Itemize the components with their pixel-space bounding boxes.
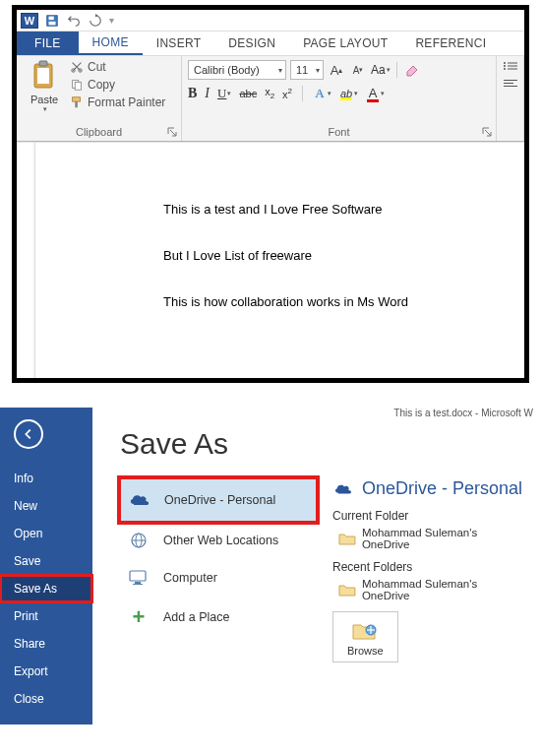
clear-formatting-button[interactable] — [403, 61, 421, 79]
sidebar-item-open[interactable]: Open — [0, 520, 92, 547]
svg-rect-26 — [133, 584, 143, 585]
svg-point-16 — [504, 68, 506, 70]
title-bar: W ▾ — [17, 10, 524, 32]
sidebar-item-save[interactable]: Save — [0, 547, 92, 575]
backstage-window: This is a test.docx - Microsoft W Info N… — [0, 408, 541, 724]
cut-label: Cut — [88, 60, 106, 74]
font-size-select[interactable]: 11▾ — [290, 60, 324, 80]
location-label: Other Web Locations — [163, 534, 278, 547]
current-folder-item[interactable]: Mohammad Suleman's OneDrive — [338, 527, 527, 550]
tab-page-layout[interactable]: PAGE LAYOUT — [289, 32, 401, 55]
copy-label: Copy — [88, 78, 115, 92]
qat-dropdown-icon[interactable]: ▾ — [109, 15, 114, 26]
svg-rect-10 — [73, 97, 81, 101]
location-label: Add a Place — [163, 610, 229, 624]
svg-rect-20 — [504, 86, 517, 87]
save-qat-icon[interactable] — [44, 13, 60, 29]
ribbon: Paste ▾ Cut Copy Format Painter — [17, 55, 524, 142]
folder-icon — [338, 583, 356, 597]
svg-rect-13 — [508, 63, 517, 64]
tab-file[interactable]: FILE — [17, 32, 79, 55]
underline-button[interactable]: U▾ — [217, 86, 231, 101]
plus-icon: + — [126, 604, 151, 630]
sidebar-item-close[interactable]: Close — [0, 685, 92, 713]
back-button[interactable] — [14, 419, 43, 449]
window-title: This is a test.docx - Microsoft W — [393, 408, 533, 418]
recent-folders-heading: Recent Folders — [332, 560, 527, 574]
text-effects-button[interactable]: A▾ — [313, 86, 331, 101]
document-text[interactable]: This is a test and I Love Free Software — [163, 202, 505, 217]
font-family-select[interactable]: Calibri (Body)▾ — [188, 60, 286, 80]
onedrive-icon — [332, 482, 354, 496]
sidebar-item-new[interactable]: New — [0, 492, 92, 520]
svg-rect-15 — [508, 66, 517, 67]
sidebar-item-share[interactable]: Share — [0, 630, 92, 658]
location-onedrive[interactable]: OneDrive - Personal — [120, 478, 317, 522]
sidebar-item-print[interactable]: Print — [0, 602, 92, 630]
tab-design[interactable]: DESIGN — [214, 32, 289, 55]
tab-references[interactable]: REFERENCI — [401, 32, 500, 55]
expand-icon[interactable] — [166, 127, 178, 139]
font-color-button[interactable]: A▾ — [366, 86, 385, 101]
format-painter-button[interactable]: Format Painter — [70, 95, 165, 109]
sidebar-item-info[interactable]: Info — [0, 465, 92, 492]
location-other-web[interactable]: Other Web Locations — [120, 522, 317, 559]
svg-rect-4 — [39, 61, 47, 66]
svg-rect-2 — [49, 21, 56, 25]
bold-button[interactable]: B — [188, 86, 197, 101]
tab-home[interactable]: HOME — [79, 32, 143, 55]
document-page[interactable]: This is a test and I Love Free Software … — [34, 143, 524, 378]
folder-icon — [338, 532, 356, 545]
location-label: Computer — [163, 571, 217, 585]
group-font: Calibri (Body)▾ 11▾ A▴ A▾ Aa▾ B I — [182, 56, 497, 141]
document-text[interactable]: This is how collaboration works in Ms Wo… — [163, 294, 505, 309]
subscript-button[interactable]: x2 — [265, 86, 274, 100]
grow-font-button[interactable]: A▴ — [328, 61, 345, 79]
app-icon: W — [21, 13, 38, 29]
globe-icon — [126, 530, 151, 551]
page-title: Save As — [120, 427, 317, 461]
location-detail: OneDrive - Personal Current Folder Moham… — [332, 427, 527, 705]
sidebar-item-export[interactable]: Export — [0, 658, 92, 685]
location-label: OneDrive - Personal — [164, 493, 275, 507]
cut-button[interactable]: Cut — [70, 60, 165, 74]
undo-icon[interactable] — [66, 13, 82, 29]
location-computer[interactable]: Computer — [120, 559, 317, 597]
align-button[interactable] — [503, 78, 518, 92]
chevron-down-icon[interactable]: ▾ — [43, 105, 47, 113]
document-text[interactable]: But I Love List of freeware — [163, 248, 505, 263]
browse-button[interactable]: Browse — [332, 611, 398, 662]
change-case-button[interactable]: Aa▾ — [371, 63, 391, 77]
computer-icon — [126, 567, 151, 589]
document-canvas[interactable]: This is a test and I Love Free Software … — [17, 142, 524, 378]
backstage-main: Save As OneDrive - Personal Other Web Lo… — [92, 408, 541, 724]
superscript-button[interactable]: x2 — [282, 87, 292, 100]
paste-button[interactable]: Paste ▾ — [23, 60, 66, 122]
backstage-sidebar: Info New Open Save Save As Print Share E… — [0, 408, 92, 724]
tab-insert[interactable]: INSERT — [143, 32, 215, 55]
svg-rect-18 — [504, 80, 517, 81]
shrink-font-button[interactable]: A▾ — [349, 61, 367, 79]
highlight-button[interactable]: ab▾ — [339, 88, 358, 99]
divider — [302, 86, 303, 101]
copy-button[interactable]: Copy — [70, 78, 165, 92]
word-editor-window: W ▾ FILE HOME INSERT DESIGN PAGE LAYOUT … — [12, 5, 529, 383]
italic-button[interactable]: I — [205, 86, 210, 101]
redo-icon[interactable] — [88, 13, 103, 29]
bullets-button[interactable] — [503, 60, 518, 74]
paste-label: Paste — [30, 94, 58, 105]
group-clipboard: Paste ▾ Cut Copy Format Painter — [17, 56, 182, 141]
group-clipboard-label: Clipboard — [17, 124, 181, 141]
expand-icon[interactable] — [481, 127, 493, 139]
group-font-label: Font — [182, 124, 496, 141]
svg-rect-24 — [130, 571, 146, 581]
current-folder-heading: Current Folder — [332, 509, 527, 523]
svg-rect-5 — [37, 68, 49, 84]
sidebar-item-save-as[interactable]: Save As — [0, 575, 92, 602]
recent-folder-item[interactable]: Mohammad Suleman's OneDrive — [338, 578, 527, 601]
svg-rect-9 — [75, 82, 81, 90]
strikethrough-button[interactable]: abc — [239, 88, 257, 99]
svg-point-14 — [504, 65, 506, 67]
location-add-place[interactable]: + Add a Place — [120, 597, 317, 638]
group-paragraph-partial — [497, 56, 524, 141]
